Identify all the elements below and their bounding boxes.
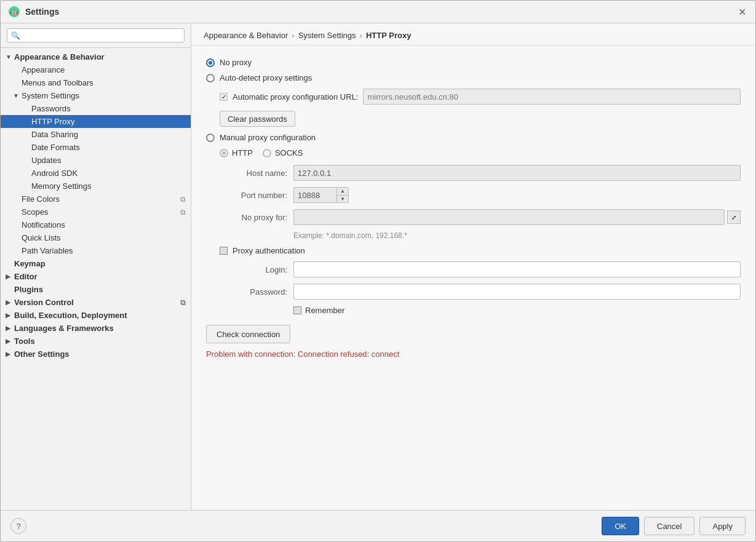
sidebar-label-system-settings: System Settings <box>22 91 79 100</box>
android-icon: 🤖 <box>8 6 20 18</box>
port-down-button[interactable]: ▼ <box>337 196 348 203</box>
port-number-input[interactable] <box>293 187 336 203</box>
sidebar-label-updates: Updates <box>31 156 61 165</box>
password-label: Password: <box>220 287 293 297</box>
auto-proxy-url-input[interactable] <box>363 89 741 105</box>
http-radio[interactable] <box>220 149 228 157</box>
sidebar-item-file-colors[interactable]: File Colors ⧉ <box>1 193 191 205</box>
search-wrap[interactable]: 🔍 <box>7 28 185 42</box>
clear-passwords-button[interactable]: Clear passwords <box>220 111 295 127</box>
breadcrumb-segment-2: System Settings <box>298 31 356 40</box>
auto-proxy-checkbox[interactable] <box>220 93 228 101</box>
sidebar-item-scopes[interactable]: Scopes ⧉ <box>1 205 191 218</box>
search-input[interactable] <box>23 31 180 40</box>
auto-detect-label: Auto-detect proxy settings <box>220 73 312 82</box>
sidebar-label-memory-settings: Memory Settings <box>31 181 92 191</box>
sidebar-item-keymap[interactable]: Keymap <box>1 257 191 270</box>
no-proxy-expand-button[interactable]: ⤢ <box>727 210 741 224</box>
password-input[interactable] <box>293 284 741 300</box>
title-bar: 🤖 Settings ✕ <box>1 1 755 23</box>
sidebar-item-http-proxy[interactable]: HTTP Proxy <box>1 115 191 128</box>
manual-proxy-option[interactable]: Manual proxy configuration <box>206 133 741 142</box>
sidebar-label-build-execution: Build, Execution, Deployment <box>14 311 127 320</box>
example-text: Example: *.domain.com, 192.168.* <box>293 231 741 240</box>
socks-label: SOCKS <box>275 148 303 157</box>
sidebar-item-menus-toolbars[interactable]: Menus and Toolbars <box>1 76 191 89</box>
no-proxy-for-wrap: ⤢ <box>293 209 741 225</box>
no-proxy-radio[interactable] <box>206 58 215 67</box>
footer: ? OK Cancel Apply <box>1 510 755 541</box>
sidebar-label-editor: Editor <box>14 272 38 281</box>
sidebar-item-editor[interactable]: ▶ Editor <box>1 270 191 283</box>
sidebar-item-languages-frameworks[interactable]: ▶ Languages & Frameworks <box>1 322 191 335</box>
manual-proxy-radio[interactable] <box>206 134 215 142</box>
sidebar-label-other-settings: Other Settings <box>14 349 70 359</box>
main-area: 🔍 ▼ Appearance & Behavior Appearance Men… <box>1 23 755 510</box>
sidebar-item-tools[interactable]: ▶ Tools <box>1 335 191 348</box>
no-proxy-for-label: No proxy for: <box>220 213 293 222</box>
remember-checkbox[interactable] <box>293 306 301 314</box>
sidebar-tree: ▼ Appearance & Behavior Appearance Menus… <box>1 48 191 510</box>
ok-button[interactable]: OK <box>602 517 639 535</box>
login-input[interactable] <box>293 261 741 277</box>
arrow-editor: ▶ <box>6 273 14 280</box>
sidebar-item-date-formats[interactable]: Date Formats <box>1 141 191 154</box>
proxy-auth-option[interactable]: Proxy authentication <box>220 246 741 255</box>
arrow-build-execution: ▶ <box>6 312 14 319</box>
socks-radio[interactable] <box>263 149 271 157</box>
protocol-row: HTTP SOCKS <box>220 148 741 157</box>
sidebar-item-quick-lists[interactable]: Quick Lists <box>1 231 191 244</box>
sidebar-label-passwords: Passwords <box>31 104 71 113</box>
sidebar-item-version-control[interactable]: ▶ Version Control ⧉ <box>1 296 191 309</box>
check-connection-button[interactable]: Check connection <box>206 325 290 343</box>
sidebar-item-updates[interactable]: Updates <box>1 154 191 167</box>
port-spinners: ▲ ▼ <box>336 187 349 203</box>
breadcrumb: Appearance & Behavior › System Settings … <box>191 23 755 46</box>
close-button[interactable]: ✕ <box>736 6 748 18</box>
title-bar-left: 🤖 Settings <box>8 6 59 18</box>
sidebar-item-android-sdk[interactable]: Android SDK <box>1 167 191 180</box>
sidebar-label-keymap: Keymap <box>14 259 46 268</box>
sidebar-label-data-sharing: Data Sharing <box>31 130 78 139</box>
proxy-auth-label: Proxy authentication <box>233 246 305 255</box>
no-proxy-label: No proxy <box>220 58 252 67</box>
no-proxy-for-input[interactable] <box>293 209 725 225</box>
host-name-input[interactable] <box>293 165 741 181</box>
proxy-auth-checkbox[interactable] <box>220 247 228 255</box>
auto-detect-radio[interactable] <box>206 74 215 82</box>
sidebar-item-notifications[interactable]: Notifications <box>1 218 191 231</box>
search-box: 🔍 <box>1 23 191 48</box>
socks-protocol-option[interactable]: SOCKS <box>263 148 303 157</box>
content-body: No proxy Auto-detect proxy settings Auto… <box>191 46 755 510</box>
sidebar-label-date-formats: Date Formats <box>31 143 80 152</box>
sidebar-item-other-settings[interactable]: ▶ Other Settings <box>1 348 191 361</box>
arrow-tools: ▶ <box>6 338 14 345</box>
auto-detect-option[interactable]: Auto-detect proxy settings <box>206 73 741 82</box>
sidebar-item-data-sharing[interactable]: Data Sharing <box>1 128 191 141</box>
sidebar-item-memory-settings[interactable]: Memory Settings <box>1 180 191 193</box>
sidebar-label-languages-frameworks: Languages & Frameworks <box>14 324 114 333</box>
breadcrumb-segment-1: Appearance & Behavior <box>204 31 288 40</box>
clear-passwords-row: Clear passwords <box>220 111 741 127</box>
apply-button[interactable]: Apply <box>699 517 746 535</box>
no-proxy-option[interactable]: No proxy <box>206 58 741 67</box>
arrow-system-settings: ▼ <box>13 92 22 99</box>
sidebar-item-passwords[interactable]: Passwords <box>1 102 191 115</box>
sidebar-item-system-settings[interactable]: ▼ System Settings <box>1 89 191 102</box>
sidebar-item-appearance-behavior[interactable]: ▼ Appearance & Behavior <box>1 50 191 63</box>
sidebar-label-menus: Menus and Toolbars <box>22 78 94 87</box>
cancel-button[interactable]: Cancel <box>644 517 694 535</box>
port-up-button[interactable]: ▲ <box>337 188 348 196</box>
http-protocol-option[interactable]: HTTP <box>220 148 253 157</box>
sidebar-label-appearance: Appearance <box>22 65 65 74</box>
sidebar-label-version-control: Version Control <box>14 298 74 307</box>
sidebar-item-path-variables[interactable]: Path Variables <box>1 244 191 257</box>
sidebar-item-plugins[interactable]: Plugins <box>1 283 191 296</box>
sidebar-item-build-execution[interactable]: ▶ Build, Execution, Deployment <box>1 309 191 322</box>
port-number-row: Port number: ▲ ▼ <box>220 187 741 203</box>
sidebar-label-appearance-behavior: Appearance & Behavior <box>14 52 105 62</box>
help-button[interactable]: ? <box>10 518 26 534</box>
arrow-appearance-behavior: ▼ <box>6 54 14 60</box>
sidebar-item-appearance[interactable]: Appearance <box>1 63 191 76</box>
svg-text:🤖: 🤖 <box>10 7 18 16</box>
